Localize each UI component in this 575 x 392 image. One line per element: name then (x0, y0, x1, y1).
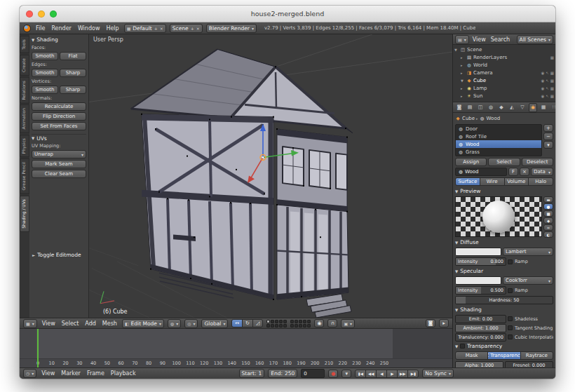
layer-toggle[interactable] (307, 324, 311, 327)
play-button[interactable]: ▶ (386, 370, 398, 378)
restrict-render-icon[interactable]: ▦ (550, 71, 554, 75)
outliner-item-label[interactable]: Lamp (473, 86, 487, 91)
vertices-smooth-button[interactable]: Smooth (32, 86, 58, 94)
material-name-field[interactable]: ◍ Wood (455, 168, 507, 176)
outliner-row-lamp[interactable]: ▸ ◉ Lamp ◉↖▦ (454, 84, 554, 92)
slot-label[interactable]: Wood (466, 142, 480, 147)
layer-toggle[interactable] (279, 320, 283, 323)
opengl-render-image-button[interactable]: ◙ (426, 319, 435, 327)
restrict-render-icon[interactable]: ▦ (550, 94, 554, 98)
disclosure-icon[interactable]: ▸ (461, 86, 465, 90)
lock-camera-button[interactable]: ◉ (314, 319, 324, 327)
tab-physics[interactable]: Physics (20, 135, 29, 157)
disclosure-icon[interactable]: ▸ (461, 94, 465, 98)
menu-file[interactable]: File (34, 25, 46, 32)
layer-toggle[interactable] (290, 320, 294, 323)
outliner-item-label[interactable]: Scene (467, 47, 482, 53)
restrict-select-icon[interactable]: ↖ (546, 86, 549, 90)
transparency-mask-button[interactable]: Mask (455, 351, 488, 360)
select-button[interactable]: Select (488, 158, 520, 166)
tab-object-icon[interactable]: ◆ (497, 103, 506, 112)
delete-scene-icon[interactable]: × (196, 26, 200, 31)
edges-smooth-button[interactable]: Smooth (32, 69, 58, 77)
outliner-row-world[interactable]: ▸ ◍ World (454, 61, 554, 69)
specular-panel-header[interactable]: ▼ Specular (455, 267, 553, 275)
slot-label[interactable]: Roof Tile (466, 134, 487, 140)
preview-hair-button[interactable]: ≈ (543, 224, 553, 231)
tab-texture-icon[interactable]: ▦ (539, 103, 548, 112)
shadeless-checkbox[interactable]: Shadeless (508, 315, 553, 323)
data-source-selector[interactable]: Data ▾ (531, 168, 553, 176)
auto-keyframe-record-button[interactable]: ● (328, 370, 338, 378)
outliner-item-label[interactable]: Sun (473, 93, 482, 99)
menu-view[interactable]: View (40, 370, 56, 377)
layer-toggle[interactable] (307, 320, 311, 323)
add-layout-icon[interactable]: + (154, 26, 158, 31)
outliner-row-scene[interactable]: ▼ ◫ Scene (454, 46, 554, 53)
tab-animation[interactable]: Animation (20, 104, 29, 133)
snap-magnet-button[interactable]: ∩ (327, 319, 337, 327)
tab-grease-pencil[interactable]: Grease Pencil (20, 158, 29, 194)
delete-layout-icon[interactable]: × (160, 26, 163, 31)
restrict-select-icon[interactable]: ↖ (546, 94, 549, 98)
outliner-row-sun[interactable]: ▸ ☀ Sun ◉↖▦ (454, 92, 554, 100)
diffuse-color-swatch[interactable] (455, 248, 501, 256)
uvs-panel-header[interactable]: ▼ UVs (32, 134, 86, 142)
translate-manipulator-button[interactable]: ↔ (231, 319, 243, 327)
tab-particles-icon[interactable]: ∷ (550, 103, 555, 112)
diffuse-ramp-checkbox[interactable]: Ramp (508, 257, 553, 266)
menu-window[interactable]: Window (76, 25, 102, 32)
timeline-ruler[interactable]: 0102030405060708090100110120130140150160… (20, 328, 452, 367)
layer-toggle[interactable] (303, 320, 306, 323)
transparency-panel-header[interactable]: ▼ Transparency (455, 342, 553, 350)
mode-selector[interactable]: ◧ Edit Mode ▾ (122, 319, 164, 328)
preview-panel-header[interactable]: ▼ Preview (455, 187, 553, 195)
preview-flat-button[interactable]: ▬ (543, 196, 553, 203)
slot-label[interactable]: Door (466, 126, 478, 132)
transparency-ztransparency-button[interactable]: Z Transparency (487, 351, 520, 360)
material-slot-door[interactable]: ◍ Door (456, 125, 541, 133)
breadcrumb-object[interactable]: Cube (462, 116, 475, 121)
current-frame-field[interactable]: 0 (301, 369, 325, 378)
redo-panel-header[interactable]: ► Toggle Editmode (32, 251, 86, 259)
material-name[interactable]: Wood (465, 169, 479, 175)
material-slot-grass[interactable]: ◍ Grass (456, 148, 541, 156)
menu-help[interactable]: Help (104, 25, 120, 32)
add-slot-button[interactable]: + (543, 124, 553, 132)
jump-to-start-button[interactable]: ▮◀ (355, 370, 366, 378)
tab-modifiers-icon[interactable]: ◭ (508, 103, 516, 112)
disclosure-icon[interactable]: ▸ (461, 71, 465, 75)
rotate-manipulator-button[interactable]: ↻ (242, 319, 253, 327)
blender-logo-icon[interactable] (23, 25, 31, 32)
layer-toggle[interactable] (303, 324, 306, 327)
material-slot-wood[interactable]: ◍ Wood (456, 140, 541, 148)
disclosure-icon[interactable]: ▸ (461, 63, 465, 67)
tab-shading-uvs[interactable]: Shading / UVs (20, 196, 29, 232)
cubic-interpolation-checkbox[interactable]: Cubic Interpolation (508, 333, 553, 341)
type-halo-button[interactable]: Halo (528, 177, 553, 186)
outliner-item-label[interactable]: Camera (473, 70, 492, 76)
set-from-faces-button[interactable]: Set From Faces (32, 122, 86, 130)
breadcrumb-material[interactable]: Wood (487, 116, 501, 121)
diffuse-panel-header[interactable]: ▼ Diffuse (455, 238, 553, 246)
material-slot-roof-tile[interactable]: ◍ Roof Tile (456, 133, 541, 140)
type-volume-button[interactable]: Volume (504, 177, 529, 186)
restrict-render-icon[interactable]: ▦ (550, 55, 554, 60)
menu-search[interactable]: Search (489, 36, 511, 43)
viewport-canvas[interactable] (89, 34, 452, 318)
outliner-filter-selector[interactable]: All Scenes ▾ (517, 35, 553, 44)
next-keyframe-button[interactable]: ▶▶ (397, 370, 408, 378)
restrict-render-icon[interactable]: ▦ (550, 86, 554, 90)
shading-panel-header[interactable]: ▼ Shading (455, 306, 553, 313)
preview-monkey-button[interactable]: ◆ (543, 217, 553, 224)
layer-toggle[interactable] (283, 320, 287, 323)
transparency-raytrace-button[interactable]: Raytrace (520, 351, 553, 360)
layer-toggle[interactable] (275, 324, 278, 327)
3d-viewport[interactable]: User Persp (6) Cube (89, 34, 452, 318)
menu-frame[interactable]: Frame (86, 370, 106, 377)
disclosure-icon[interactable]: ▼ (454, 48, 459, 52)
recalculate-normals-button[interactable]: Recalculate (32, 102, 86, 111)
editor-type-selector[interactable]: ▦ ▾ (23, 319, 37, 328)
restrict-render-icon[interactable]: ▦ (550, 79, 554, 83)
diffuse-intensity-slider[interactable]: Intensity 0.800 (455, 257, 506, 266)
